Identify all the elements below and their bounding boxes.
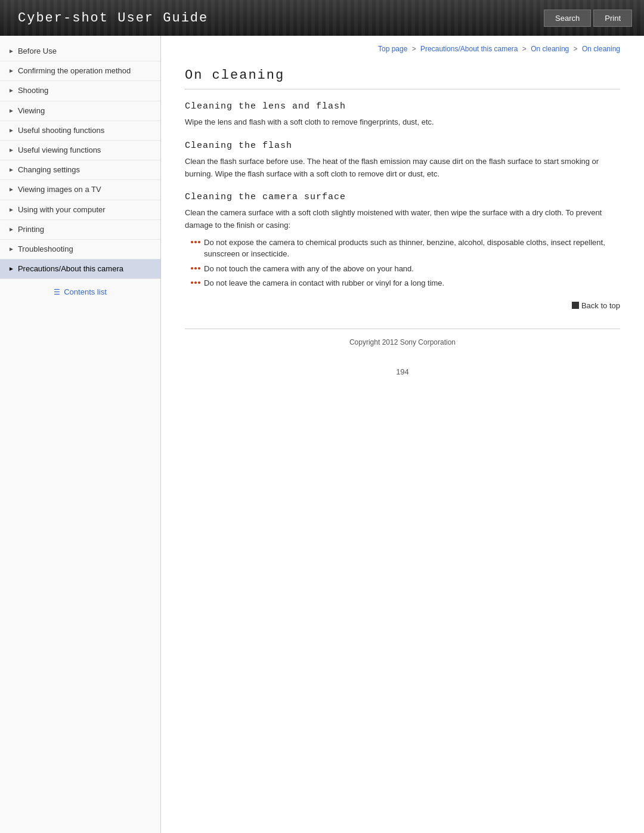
bullet-dots-icon bbox=[191, 264, 202, 272]
back-to-top-label: Back to top bbox=[581, 301, 620, 310]
back-to-top-link[interactable]: Back to top bbox=[572, 301, 620, 310]
content-area: Top page > Precautions/About this camera… bbox=[161, 36, 644, 833]
sidebar-item-shooting[interactable]: ► Shooting bbox=[0, 81, 160, 101]
sidebar-label: Useful shooting functions bbox=[18, 125, 154, 136]
sidebar-item-viewing-tv[interactable]: ► Viewing images on a TV bbox=[0, 180, 160, 200]
sidebar-label: Printing bbox=[18, 224, 154, 235]
breadcrumb: Top page > Precautions/About this camera… bbox=[185, 45, 620, 56]
arrow-icon: ► bbox=[8, 245, 14, 253]
arrow-icon: ► bbox=[8, 206, 14, 214]
breadcrumb-on-cleaning-1[interactable]: On cleaning bbox=[531, 45, 569, 53]
section-text-flash: Clean the flash surface before use. The … bbox=[185, 156, 620, 181]
sidebar-label: Changing settings bbox=[18, 165, 154, 175]
section-title-camera-surface: Cleaning the camera surface bbox=[185, 192, 620, 202]
sidebar-item-before-use[interactable]: ► Before Use bbox=[0, 42, 160, 61]
print-button[interactable]: Print bbox=[593, 10, 632, 27]
sidebar-item-confirming[interactable]: ► Confirming the operation method bbox=[0, 61, 160, 81]
breadcrumb-top[interactable]: Top page bbox=[378, 45, 407, 53]
sidebar-item-useful-shooting[interactable]: ► Useful shooting functions bbox=[0, 121, 160, 141]
sidebar-item-useful-viewing[interactable]: ► Useful viewing functions bbox=[0, 141, 160, 160]
page-number: 194 bbox=[185, 355, 620, 388]
sidebar-label: Confirming the operation method bbox=[18, 66, 154, 76]
sidebar-item-precautions[interactable]: ► Precautions/About this camera bbox=[0, 259, 160, 279]
arrow-icon: ► bbox=[8, 146, 14, 154]
arrow-icon: ► bbox=[8, 126, 14, 135]
section-camera-surface: Cleaning the camera surface Clean the ca… bbox=[185, 192, 620, 289]
list-item: Do not touch the camera with any of the … bbox=[191, 263, 620, 275]
sidebar-label: Precautions/About this camera bbox=[18, 264, 154, 274]
list-item: Do not leave the camera in contact with … bbox=[191, 277, 620, 289]
section-flash: Cleaning the flash Clean the flash surfa… bbox=[185, 141, 620, 181]
sidebar-label: Useful viewing functions bbox=[18, 145, 154, 156]
header-buttons: Search Print bbox=[544, 10, 644, 27]
section-text-lens-flash: Wipe the lens and flash with a soft clot… bbox=[185, 116, 620, 129]
list-icon: ☰ bbox=[54, 288, 60, 296]
arrow-icon: ► bbox=[8, 265, 14, 273]
bullet-text: Do not expose the camera to chemical pro… bbox=[204, 237, 620, 260]
sidebar-label: Troubleshooting bbox=[18, 244, 154, 255]
section-title-flash: Cleaning the flash bbox=[185, 141, 620, 151]
page-footer: Copyright 2012 Sony Corporation bbox=[185, 329, 620, 355]
sidebar-label: Viewing images on a TV bbox=[18, 184, 154, 195]
bullet-dots-icon bbox=[191, 238, 202, 246]
breadcrumb-sep: > bbox=[522, 45, 527, 53]
breadcrumb-sep: > bbox=[412, 45, 416, 53]
arrow-icon: ► bbox=[8, 166, 14, 174]
bullet-dots-icon bbox=[191, 278, 202, 287]
bullet-list: Do not expose the camera to chemical pro… bbox=[191, 237, 620, 289]
site-title: Cyber-shot User Guide bbox=[0, 11, 208, 26]
arrow-icon: ► bbox=[8, 47, 14, 55]
page-title: On cleaning bbox=[185, 68, 620, 89]
sidebar-item-computer[interactable]: ► Using with your computer bbox=[0, 200, 160, 220]
main-container: ► Before Use ► Confirming the operation … bbox=[0, 36, 644, 833]
sidebar: ► Before Use ► Confirming the operation … bbox=[0, 36, 161, 833]
arrow-icon: ► bbox=[8, 107, 14, 115]
header: Cyber-shot User Guide Search Print bbox=[0, 0, 644, 36]
contents-list-link[interactable]: ☰ Contents list bbox=[0, 281, 160, 302]
bullet-text: Do not leave the camera in contact with … bbox=[204, 277, 444, 289]
search-button[interactable]: Search bbox=[544, 10, 591, 27]
arrow-icon: ► bbox=[8, 225, 14, 234]
section-text-camera-surface: Clean the camera surface with a soft clo… bbox=[185, 207, 620, 232]
sidebar-label: Shooting bbox=[18, 85, 154, 96]
sidebar-item-changing-settings[interactable]: ► Changing settings bbox=[0, 160, 160, 180]
arrow-icon: ► bbox=[8, 67, 14, 75]
sidebar-item-viewing[interactable]: ► Viewing bbox=[0, 101, 160, 121]
section-lens-flash: Cleaning the lens and flash Wipe the len… bbox=[185, 101, 620, 129]
breadcrumb-sep: > bbox=[574, 45, 578, 53]
sidebar-item-troubleshooting[interactable]: ► Troubleshooting bbox=[0, 240, 160, 259]
section-title-lens-flash: Cleaning the lens and flash bbox=[185, 101, 620, 112]
sidebar-item-printing[interactable]: ► Printing bbox=[0, 220, 160, 240]
sidebar-label: Using with your computer bbox=[18, 205, 154, 215]
list-item: Do not expose the camera to chemical pro… bbox=[191, 237, 620, 260]
breadcrumb-precautions[interactable]: Precautions/About this camera bbox=[420, 45, 518, 53]
back-to-top[interactable]: Back to top bbox=[185, 301, 620, 311]
contents-list-label: Contents list bbox=[64, 287, 107, 296]
arrow-icon: ► bbox=[8, 86, 14, 95]
arrow-icon: ► bbox=[8, 185, 14, 194]
bullet-text: Do not touch the camera with any of the … bbox=[204, 263, 414, 275]
sidebar-label: Viewing bbox=[18, 106, 154, 116]
sidebar-label: Before Use bbox=[18, 46, 154, 57]
copyright-text: Copyright 2012 Sony Corporation bbox=[349, 338, 456, 346]
back-top-icon bbox=[572, 302, 579, 309]
breadcrumb-on-cleaning-2[interactable]: On cleaning bbox=[582, 45, 620, 53]
